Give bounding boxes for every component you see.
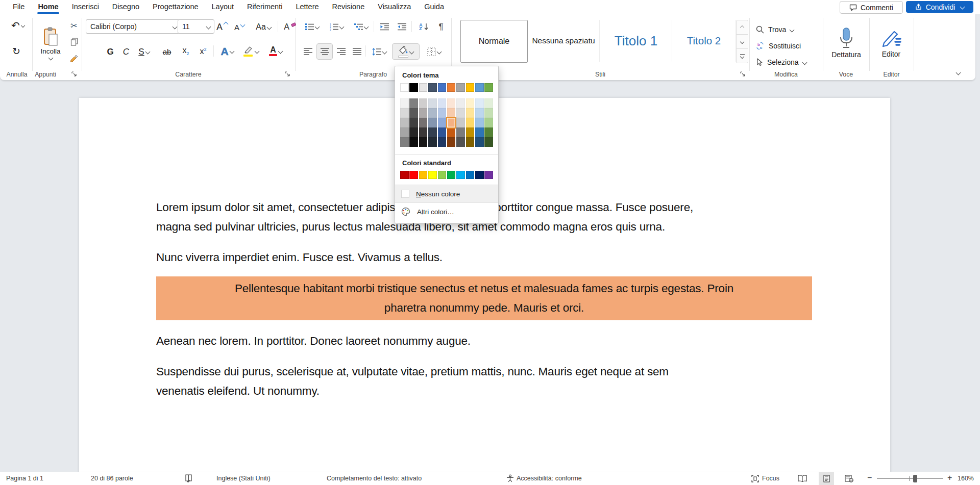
theme-variant-swatch[interactable] — [447, 137, 456, 147]
shrink-font-button[interactable]: A — [231, 20, 248, 34]
theme-variant-swatch[interactable] — [400, 137, 409, 147]
more-colors-item[interactable]: Altri colori… — [395, 203, 498, 220]
paste-button[interactable]: Incolla — [36, 17, 65, 70]
format-painter-button[interactable] — [67, 52, 81, 65]
accessibility-status[interactable]: Accessibilità: conforme — [517, 472, 582, 484]
theme-variant-swatch[interactable] — [428, 118, 437, 127]
theme-variant-swatch[interactable] — [447, 98, 456, 108]
line-spacing-button[interactable] — [369, 44, 390, 59]
copy-button[interactable] — [67, 35, 81, 48]
theme-color-swatch[interactable] — [438, 83, 447, 92]
theme-color-swatch[interactable] — [400, 83, 409, 92]
italic-button[interactable]: C — [119, 44, 133, 59]
theme-variant-swatch[interactable] — [419, 137, 428, 147]
subscript-button[interactable]: x2 — [178, 44, 194, 59]
theme-variant-swatch[interactable] — [409, 137, 418, 147]
theme-variant-swatch[interactable] — [484, 137, 493, 147]
ribbon-collapse-button[interactable] — [950, 67, 966, 78]
theme-variant-swatch[interactable] — [428, 98, 437, 108]
theme-variant-swatch[interactable] — [419, 127, 428, 137]
zoom-out-button[interactable]: − — [867, 472, 872, 484]
numbering-button[interactable]: 1 2 3 — [326, 19, 347, 34]
redo-button[interactable]: ↻ — [8, 43, 24, 59]
theme-variant-swatch[interactable] — [456, 127, 465, 137]
no-color-item[interactable]: Nessun colore — [395, 185, 498, 202]
proofing-status-icon[interactable] — [185, 472, 192, 484]
strikethrough-button[interactable]: ab — [158, 44, 176, 59]
justify-button[interactable] — [350, 44, 364, 59]
standard-color-swatch[interactable] — [409, 171, 418, 180]
zoom-level[interactable]: 160% — [958, 472, 974, 484]
zoom-slider[interactable] — [877, 478, 943, 479]
web-layout-button[interactable] — [845, 472, 853, 484]
menu-tab-inserisci[interactable]: Inserisci — [65, 0, 106, 14]
theme-variant-swatch[interactable] — [438, 127, 447, 137]
theme-variant-swatch[interactable] — [466, 137, 475, 147]
theme-variant-swatch[interactable] — [400, 118, 409, 127]
paragraph[interactable]: Nunc viverra imperdiet enim. Fusce est. … — [156, 248, 812, 267]
standard-color-swatch[interactable] — [419, 171, 428, 180]
clipboard-dialog-launcher[interactable] — [71, 71, 78, 78]
page-indicator[interactable]: Pagina 1 di 1 — [6, 472, 43, 484]
menu-tab-riferimenti[interactable]: Riferimenti — [240, 0, 289, 14]
theme-variant-swatch[interactable] — [456, 137, 465, 147]
menu-tab-revisione[interactable]: Revisione — [326, 0, 372, 14]
grow-font-button[interactable]: A — [213, 20, 231, 34]
dictate-button[interactable]: Dettatura — [827, 18, 866, 68]
paragraph[interactable]: Suspendisse dui purus, scelerisque at, v… — [156, 362, 812, 401]
print-layout-button[interactable] — [819, 472, 834, 485]
menu-tab-disegno[interactable]: Disegno — [106, 0, 146, 14]
standard-color-swatch[interactable] — [447, 171, 456, 180]
styles-dialog-launcher[interactable] — [740, 71, 746, 78]
menu-tab-home[interactable]: Home — [31, 0, 65, 14]
menu-tab-file[interactable]: File — [6, 0, 31, 14]
theme-variant-swatch[interactable] — [447, 108, 456, 118]
theme-variant-swatch[interactable] — [409, 108, 418, 118]
editor-button[interactable]: Editor — [872, 18, 911, 68]
bold-button[interactable]: G — [103, 44, 117, 59]
theme-variant-swatch[interactable] — [484, 118, 493, 127]
gallery-scroll-up-button[interactable] — [736, 20, 748, 35]
find-button[interactable]: Trova — [755, 22, 814, 37]
standard-color-swatch[interactable] — [438, 171, 447, 180]
theme-variant-swatch[interactable] — [456, 118, 465, 127]
align-left-button[interactable] — [301, 44, 315, 59]
align-center-button[interactable] — [316, 43, 333, 60]
theme-variant-swatch[interactable] — [400, 98, 409, 108]
menu-tab-guida[interactable]: Guida — [418, 0, 451, 14]
menu-tab-layout[interactable]: Layout — [205, 0, 241, 14]
increase-indent-button[interactable] — [394, 19, 409, 34]
theme-color-swatch[interactable] — [456, 83, 465, 92]
gallery-scroll-down-button[interactable] — [736, 34, 748, 49]
theme-variant-swatch[interactable] — [409, 118, 418, 127]
theme-variant-swatch[interactable] — [419, 98, 428, 108]
language-indicator[interactable]: Inglese (Stati Uniti) — [216, 472, 271, 484]
font-size-select[interactable]: 11 — [178, 19, 214, 34]
theme-variant-swatch[interactable] — [475, 118, 484, 127]
theme-variant-swatch[interactable] — [400, 108, 409, 118]
theme-variant-swatch[interactable] — [475, 98, 484, 108]
theme-variant-swatch[interactable] — [466, 127, 475, 137]
standard-color-swatch[interactable] — [466, 171, 475, 180]
theme-variant-swatch[interactable] — [466, 98, 475, 108]
theme-color-swatch[interactable] — [447, 83, 456, 92]
paragraph[interactable]: Aenean nec lorem. In porttitor. Donec la… — [156, 331, 812, 351]
style-item-nessuna-spaziatu[interactable]: Nessuna spaziatu — [528, 20, 600, 62]
zoom-in-button[interactable]: + — [947, 472, 952, 484]
theme-variant-swatch[interactable] — [484, 108, 493, 118]
share-button[interactable]: Condividi — [906, 1, 973, 13]
menu-tab-visualizza[interactable]: Visualizza — [371, 0, 418, 14]
theme-variant-swatch[interactable] — [409, 98, 418, 108]
change-case-button[interactable]: Aa — [251, 20, 276, 34]
theme-variant-swatch[interactable] — [456, 108, 465, 118]
theme-color-swatch[interactable] — [409, 83, 418, 92]
zoom-slider-thumb[interactable] — [913, 475, 917, 482]
read-mode-button[interactable] — [798, 472, 807, 484]
word-count[interactable]: 20 di 86 parole — [91, 472, 133, 484]
font-color-button[interactable]: A — [264, 43, 287, 59]
decrease-indent-button[interactable] — [377, 19, 392, 34]
theme-variant-swatch[interactable] — [419, 108, 428, 118]
align-right-button[interactable] — [334, 44, 349, 59]
cut-button[interactable]: ✂ — [67, 19, 81, 32]
theme-color-swatch[interactable] — [466, 83, 475, 92]
